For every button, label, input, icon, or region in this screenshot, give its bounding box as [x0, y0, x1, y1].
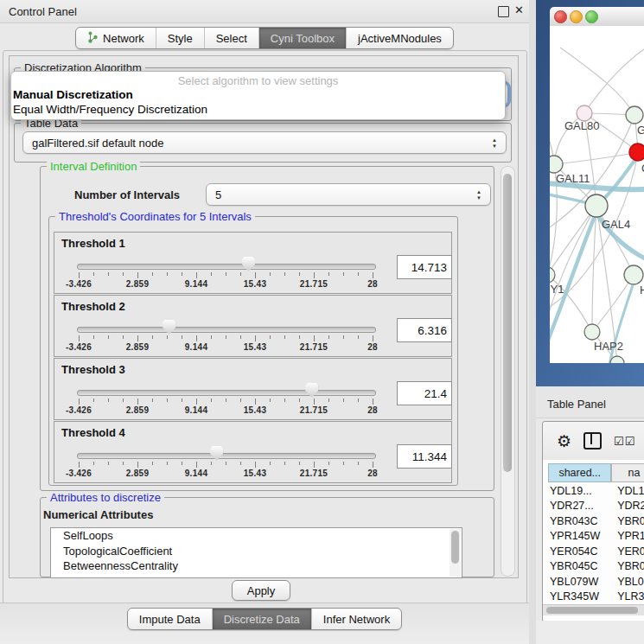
tab-select[interactable]: Select: [205, 28, 259, 48]
algorithm-option-2[interactable]: Equal Width/Frequency Discretization: [11, 102, 505, 117]
threshold-panel-1: Threshold 1-3.4262.8599.14415.4321.71528: [54, 232, 452, 294]
checkbox-icons[interactable]: ☑☑: [614, 435, 635, 448]
network-node[interactable]: [610, 356, 624, 363]
tab-impute-data[interactable]: Impute Data: [128, 609, 213, 629]
tab-discretize-data[interactable]: Discretize Data: [213, 609, 312, 629]
spinner-arrows-icon: ▲▼: [476, 189, 481, 201]
algorithm-hint-text: Select algorithm to view settings: [11, 74, 505, 87]
attribute-list-item[interactable]: TopologicalCoefficient: [51, 544, 462, 559]
network-node-gal4[interactable]: [585, 194, 608, 217]
slider-tick-labels: -3.4262.8599.14415.4321.71528: [77, 405, 374, 416]
threshold-panel-4: Threshold 4-3.4262.8599.14415.4321.71528: [54, 421, 452, 483]
table-row[interactable]: YER054CYER0: [548, 544, 644, 559]
table-panel-title: Table Panel: [547, 398, 644, 411]
network-node-ha[interactable]: [624, 265, 643, 284]
network-edge: [584, 48, 644, 113]
apply-button[interactable]: Apply: [232, 580, 290, 601]
slider-ticks: [77, 462, 374, 469]
tab-label: Network: [103, 32, 144, 45]
attribute-list-item[interactable]: SelfLoops: [51, 528, 462, 544]
gear-icon[interactable]: ⚙: [557, 433, 571, 450]
network-node-label: HAP2: [594, 340, 623, 353]
network-edge: [560, 48, 634, 115]
interval-definition-title: Interval Definition: [47, 160, 140, 173]
cell-name: YER0: [612, 545, 644, 558]
slider-track[interactable]: [77, 390, 376, 396]
table-row[interactable]: YDL19...YDL1: [548, 483, 644, 499]
cell-shared-name: YER054C: [548, 545, 612, 558]
cell-name: YLR3: [612, 590, 644, 603]
threshold-label: Threshold 4: [61, 426, 125, 439]
network-node-label: GCY1: [550, 283, 564, 296]
algorithm-dropdown-popup: Select algorithm to view settings Manual…: [10, 71, 506, 120]
tab-jactivemnodules[interactable]: jActiveMNodules: [347, 28, 453, 48]
num-intervals-label: Number of Intervals: [74, 188, 180, 201]
tab-infer-network[interactable]: Infer Network: [312, 609, 401, 629]
tab-label: jActiveMNodules: [358, 32, 442, 45]
table-row[interactable]: YDR27...YDR2: [548, 499, 644, 514]
table-data-combobox[interactable]: galFiltered.sif default node ▲▼: [22, 131, 507, 154]
table-hscrollbar-thumb[interactable]: [546, 607, 638, 614]
table-panel: ⚙ ☑☑ shared... na YDL19...YDL1YDR27...YD…: [542, 421, 644, 622]
num-intervals-value: 5: [215, 188, 221, 201]
cell-shared-name: YBR043C: [548, 515, 612, 527]
zoom-traffic-light-icon[interactable]: [585, 10, 598, 23]
numerical-attributes-list[interactable]: SelfLoopsTopologicalCoefficientBetweenne…: [50, 527, 462, 578]
threshold-panel-2: Threshold 2-3.4262.8599.14415.4321.71528: [54, 295, 452, 357]
network-node-c[interactable]: [629, 143, 644, 161]
tab-style[interactable]: Style: [156, 28, 205, 48]
table-panel-titlebar: Table Panel: [536, 386, 644, 418]
tab-label: Select: [216, 32, 247, 45]
slider-ticks: [77, 399, 374, 405]
threshold-value-field[interactable]: [397, 255, 452, 279]
column-header-name[interactable]: na: [611, 463, 644, 482]
network-node-ga[interactable]: [626, 106, 643, 124]
column-header-shared[interactable]: shared...: [548, 463, 611, 482]
float-window-icon[interactable]: [498, 6, 509, 17]
tab-label: Cyni Toolbox: [271, 32, 335, 45]
threshold-value-field[interactable]: [397, 381, 452, 405]
tab-label: Impute Data: [139, 613, 201, 626]
table-hscrollbar-track[interactable]: [543, 604, 644, 615]
tab-network[interactable]: Network: [76, 28, 156, 48]
slider-track[interactable]: [77, 453, 376, 459]
network-node-gal11[interactable]: [550, 156, 563, 173]
close-icon[interactable]: ✕: [514, 3, 524, 16]
cell-name: YDR2: [612, 500, 644, 512]
table-row[interactable]: YBR043CYBR0: [548, 513, 644, 529]
list-scrollbar-track[interactable]: [450, 529, 461, 577]
slider-track[interactable]: [77, 327, 376, 333]
panel-scrollbar-thumb[interactable]: [503, 174, 512, 472]
slider-tick-labels: -3.4262.8599.14415.4321.71528: [77, 342, 374, 353]
spinner-arrows-icon: ▲▼: [492, 137, 497, 149]
cell-name: YDL1: [612, 485, 644, 497]
cell-name: YPR1: [612, 530, 644, 542]
slider-track[interactable]: [77, 264, 376, 270]
close-traffic-light-icon[interactable]: [554, 10, 567, 23]
algorithm-option-1[interactable]: Manual Discretization: [11, 87, 505, 102]
table-row[interactable]: YBR045CYBR0: [548, 559, 644, 575]
bottom-tab-bar: Impute DataDiscretize DataInfer Network: [0, 608, 529, 630]
network-node-label: GAL4: [602, 218, 630, 231]
list-scrollbar-thumb[interactable]: [451, 531, 459, 564]
columns-icon[interactable]: [583, 432, 602, 450]
cell-shared-name: YPR145W: [548, 530, 612, 542]
tab-label: Infer Network: [323, 613, 390, 626]
slider-ticks: [77, 272, 374, 279]
threshold-label: Threshold 2: [61, 300, 125, 313]
table-row[interactable]: YBL079WYBL0: [548, 574, 644, 590]
threshold-value-field[interactable]: [397, 318, 452, 342]
network-canvas[interactable]: GAL80GACGAL11GAL4GCY1HAHAP2: [550, 26, 644, 363]
below-table-area: [536, 621, 644, 644]
minimize-traffic-light-icon[interactable]: [570, 10, 583, 23]
threshold-value-field[interactable]: [397, 444, 452, 469]
attributes-group-title: Attributes to discretize: [47, 491, 164, 504]
table-header-row: shared... na: [548, 463, 644, 482]
slider-tick-labels: -3.4262.8599.14415.4321.71528: [77, 279, 374, 290]
attribute-list-item[interactable]: BetweennessCentrality: [51, 558, 462, 574]
network-node-hap2[interactable]: [584, 324, 600, 340]
table-row[interactable]: YPR145WYPR1: [548, 529, 644, 545]
tab-cyni-toolbox[interactable]: Cyni Toolbox: [259, 28, 347, 48]
table-row[interactable]: YLR345WYLR3: [548, 590, 644, 605]
num-intervals-combobox[interactable]: 5 ▲▼: [206, 183, 491, 206]
